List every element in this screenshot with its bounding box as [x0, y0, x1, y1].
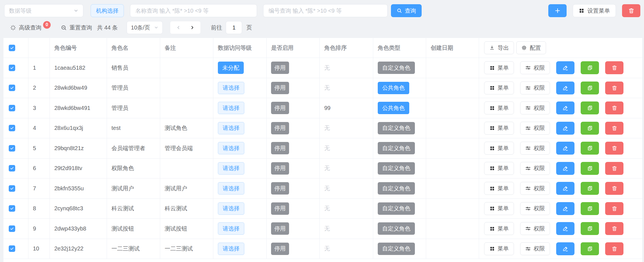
access-level-tag[interactable]: 请选择: [218, 82, 244, 94]
search-button[interactable]: 查询: [391, 4, 422, 17]
row-checkbox[interactable]: [9, 245, 15, 252]
delete-button[interactable]: [605, 242, 623, 255]
menu-button[interactable]: 菜单: [484, 101, 514, 114]
enabled-tag[interactable]: 停用: [271, 142, 289, 154]
edit-button[interactable]: [556, 142, 574, 155]
row-checkbox[interactable]: [9, 225, 15, 232]
role-type-tag[interactable]: 自定义角色: [378, 243, 415, 255]
name-search-input[interactable]: [130, 4, 257, 17]
menu-button[interactable]: 菜单: [484, 82, 514, 94]
permission-button[interactable]: 权限: [520, 122, 550, 135]
row-checkbox[interactable]: [9, 185, 15, 192]
role-type-tag[interactable]: 自定义角色: [378, 202, 415, 215]
delete-button[interactable]: [605, 202, 623, 215]
menu-button[interactable]: 菜单: [484, 142, 514, 155]
access-level-tag[interactable]: 请选择: [218, 102, 244, 114]
access-level-tag[interactable]: 请选择: [218, 222, 244, 235]
row-checkbox[interactable]: [9, 165, 15, 171]
batch-delete-button[interactable]: [622, 4, 640, 17]
edit-button[interactable]: [556, 82, 574, 94]
access-level-tag[interactable]: 请选择: [218, 202, 244, 215]
setup-menu-button[interactable]: 设置菜单: [573, 4, 616, 17]
select-all-checkbox[interactable]: [9, 45, 15, 51]
next-page-button[interactable]: [190, 25, 195, 30]
enabled-tag[interactable]: 停用: [271, 82, 289, 94]
copy-button[interactable]: [581, 202, 599, 215]
edit-button[interactable]: [556, 122, 574, 135]
permission-button[interactable]: 权限: [520, 142, 550, 155]
role-type-tag[interactable]: 公共角色: [378, 102, 409, 114]
reset-query-button[interactable]: 重置查询: [61, 24, 92, 31]
access-level-tag[interactable]: 请选择: [218, 142, 244, 154]
permission-button[interactable]: 权限: [520, 202, 550, 215]
enabled-tag[interactable]: 停用: [271, 243, 289, 255]
menu-button[interactable]: 菜单: [484, 61, 514, 74]
edit-button[interactable]: [556, 61, 574, 74]
copy-button[interactable]: [581, 242, 599, 255]
menu-button[interactable]: 菜单: [484, 202, 514, 215]
access-level-tag[interactable]: 请选择: [218, 243, 244, 255]
role-type-tag[interactable]: 自定义角色: [378, 222, 415, 235]
edit-button[interactable]: [556, 182, 574, 195]
code-search-input[interactable]: [263, 4, 388, 17]
access-level-tag[interactable]: 请选择: [218, 162, 244, 175]
permission-button[interactable]: 权限: [520, 162, 550, 175]
edit-button[interactable]: [556, 242, 574, 255]
edit-button[interactable]: [556, 202, 574, 215]
role-type-tag[interactable]: 自定义角色: [378, 162, 415, 175]
permission-button[interactable]: 权限: [520, 242, 550, 255]
copy-button[interactable]: [581, 82, 599, 94]
row-checkbox[interactable]: [9, 65, 15, 71]
enabled-tag[interactable]: 停用: [271, 102, 289, 114]
copy-button[interactable]: [581, 101, 599, 114]
enabled-tag[interactable]: 停用: [271, 222, 289, 235]
row-checkbox[interactable]: [9, 105, 15, 111]
copy-button[interactable]: [581, 182, 599, 195]
advanced-query-button[interactable]: 高级查询: [10, 24, 41, 31]
menu-button[interactable]: 菜单: [484, 242, 514, 255]
edit-button[interactable]: [556, 222, 574, 235]
delete-button[interactable]: [605, 101, 623, 114]
enabled-tag[interactable]: 停用: [271, 182, 289, 195]
permission-button[interactable]: 权限: [520, 101, 550, 114]
delete-button[interactable]: [605, 222, 623, 235]
permission-button[interactable]: 权限: [520, 61, 550, 74]
copy-button[interactable]: [581, 61, 599, 74]
access-level-tag[interactable]: 请选择: [218, 122, 244, 134]
enabled-tag[interactable]: 停用: [271, 122, 289, 134]
delete-button[interactable]: [605, 122, 623, 135]
menu-button[interactable]: 菜单: [484, 182, 514, 195]
access-level-tag[interactable]: 未分配: [218, 62, 244, 74]
org-select-button[interactable]: 机构选择: [91, 4, 124, 17]
menu-button[interactable]: 菜单: [484, 222, 514, 235]
page-size-select[interactable]: 10条/页: [127, 21, 163, 34]
delete-button[interactable]: [605, 182, 623, 195]
prev-page-button[interactable]: [176, 25, 181, 30]
permission-button[interactable]: 权限: [520, 182, 550, 195]
config-button[interactable]: 配置: [516, 41, 546, 54]
menu-button[interactable]: 菜单: [484, 122, 514, 135]
permission-button[interactable]: 权限: [520, 82, 550, 94]
goto-page-input[interactable]: [226, 21, 242, 34]
role-type-tag[interactable]: 自定义角色: [378, 182, 415, 195]
delete-button[interactable]: [605, 162, 623, 175]
add-button[interactable]: [548, 4, 567, 17]
row-checkbox[interactable]: [9, 145, 15, 152]
copy-button[interactable]: [581, 222, 599, 235]
enabled-tag[interactable]: 停用: [271, 62, 289, 74]
enabled-tag[interactable]: 停用: [271, 202, 289, 215]
edit-button[interactable]: [556, 162, 574, 175]
menu-button[interactable]: 菜单: [484, 162, 514, 175]
permission-button[interactable]: 权限: [520, 222, 550, 235]
data-level-select[interactable]: 数据等级: [4, 4, 83, 17]
copy-button[interactable]: [581, 142, 599, 155]
delete-button[interactable]: [605, 61, 623, 74]
row-checkbox[interactable]: [9, 125, 15, 131]
enabled-tag[interactable]: 停用: [271, 162, 289, 175]
row-checkbox[interactable]: [9, 85, 15, 91]
edit-button[interactable]: [556, 101, 574, 114]
role-type-tag[interactable]: 自定义角色: [378, 62, 415, 74]
role-type-tag[interactable]: 自定义角色: [378, 122, 415, 134]
copy-button[interactable]: [581, 122, 599, 135]
delete-button[interactable]: [605, 142, 623, 155]
